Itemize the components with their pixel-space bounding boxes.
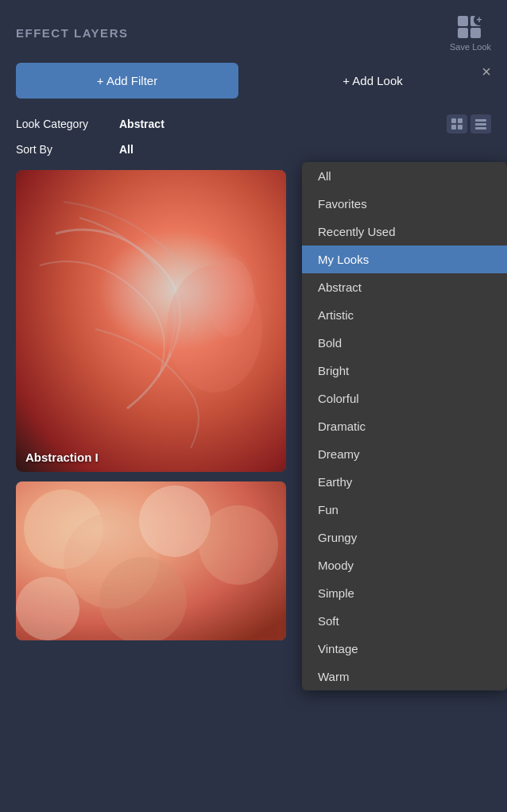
sort-by-label: Sort By xyxy=(16,143,119,156)
app-title: EFFECT LAYERS xyxy=(16,26,128,40)
svg-text:+: + xyxy=(476,14,482,25)
grid-icon xyxy=(451,118,462,130)
svg-rect-6 xyxy=(451,118,456,123)
dropdown-item[interactable]: Vintage xyxy=(302,635,507,663)
svg-rect-11 xyxy=(475,123,486,126)
dropdown-item[interactable]: Favorites xyxy=(302,190,507,218)
flamingo-image xyxy=(16,170,286,472)
svg-rect-8 xyxy=(451,125,456,130)
sort-by-row: Sort By All xyxy=(0,137,507,162)
look-category-row: Look Category Abstract xyxy=(0,111,507,137)
svg-point-20 xyxy=(16,577,79,640)
dropdown-item[interactable]: Abstract xyxy=(302,273,507,301)
dropdown-item[interactable]: Artistic xyxy=(302,301,507,329)
list-item[interactable]: Abstraction I xyxy=(16,170,286,472)
dropdown-item[interactable]: Dramatic xyxy=(302,412,507,440)
svg-rect-3 xyxy=(470,28,481,38)
sort-by-value[interactable]: All xyxy=(119,143,134,156)
dropdown-item[interactable]: Bold xyxy=(302,329,507,357)
category-dropdown: AllFavoritesRecently UsedMy LooksAbstrac… xyxy=(302,162,507,690)
dropdown-item[interactable]: Grungy xyxy=(302,524,507,551)
dropdown-item[interactable]: All xyxy=(302,162,507,190)
dropdown-item[interactable]: Recently Used xyxy=(302,218,507,246)
abstract-image xyxy=(16,481,286,640)
toolbar: + Add Filter + Add Look × xyxy=(0,63,507,111)
svg-rect-10 xyxy=(475,119,486,122)
dropdown-item[interactable]: Simple xyxy=(302,579,507,607)
dropdown-item[interactable]: Colorful xyxy=(302,385,507,412)
svg-rect-12 xyxy=(475,127,486,130)
view-toggle xyxy=(447,114,491,133)
close-button[interactable]: × xyxy=(482,63,491,81)
dropdown-item[interactable]: Dreamy xyxy=(302,440,507,468)
save-look-label: Save Look xyxy=(450,42,491,52)
look-category-value[interactable]: Abstract xyxy=(119,118,164,130)
svg-rect-0 xyxy=(458,16,468,26)
add-filter-button[interactable]: + Add Filter xyxy=(16,63,238,99)
image-thumbnail: Abstraction I xyxy=(16,170,286,472)
list-view-button[interactable] xyxy=(470,114,491,133)
look-category-label: Look Category xyxy=(16,118,119,130)
image-grid: Abstraction I xyxy=(0,170,302,650)
dropdown-item[interactable]: Moody xyxy=(302,551,507,579)
svg-rect-2 xyxy=(458,28,468,38)
list-item[interactable] xyxy=(16,481,286,640)
dropdown-item[interactable]: Soft xyxy=(302,607,507,635)
dropdown-item[interactable]: Warm xyxy=(302,663,507,690)
dropdown-item[interactable]: Fun xyxy=(302,496,507,524)
image-thumbnail-2 xyxy=(16,481,286,640)
grid-view-button[interactable] xyxy=(447,114,467,133)
content-area: Abstraction I AllFavoritesRe xyxy=(0,162,507,650)
header: EFFECT LAYERS + Save Look xyxy=(0,0,507,63)
dropdown-item[interactable]: My Looks xyxy=(302,246,507,273)
add-look-button[interactable]: + Add Look xyxy=(254,74,491,87)
dropdown-item[interactable]: Earthy xyxy=(302,468,507,496)
svg-point-14 xyxy=(207,257,254,337)
image-label: Abstraction I xyxy=(25,450,99,464)
list-icon xyxy=(475,118,486,130)
svg-rect-7 xyxy=(458,118,462,123)
save-look-icon: + xyxy=(456,14,485,40)
svg-rect-9 xyxy=(458,125,462,130)
svg-point-18 xyxy=(99,557,187,640)
dropdown-item[interactable]: Bright xyxy=(302,357,507,385)
svg-point-19 xyxy=(199,505,278,585)
save-look-button[interactable]: + Save Look xyxy=(450,14,491,52)
